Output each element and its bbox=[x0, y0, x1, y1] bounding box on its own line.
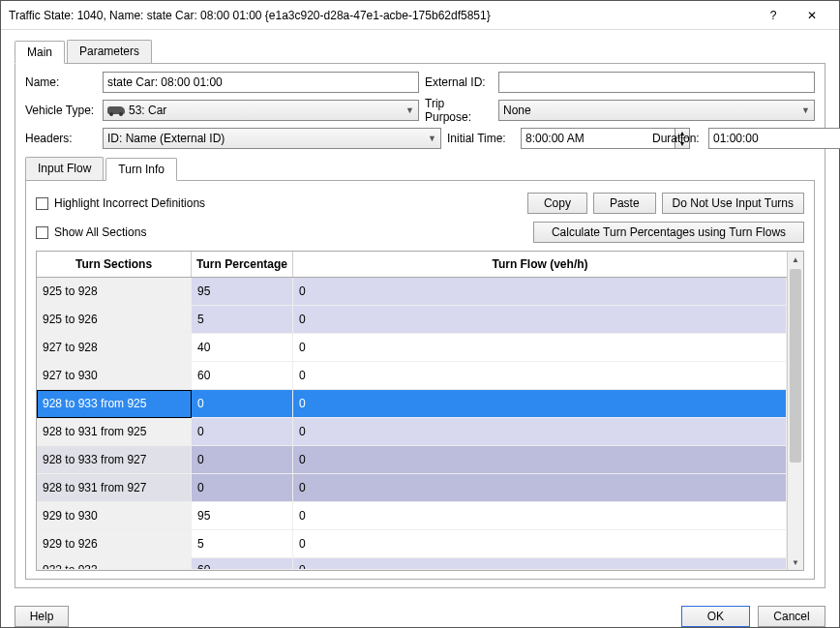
cell-percentage[interactable]: 60 bbox=[192, 558, 293, 570]
duration-label: Duration: bbox=[652, 132, 703, 145]
cell-section[interactable]: 928 to 931 from 927 bbox=[37, 474, 192, 502]
close-button[interactable]: ✕ bbox=[793, 1, 831, 30]
outer-tab-strip: Main Parameters bbox=[15, 40, 825, 63]
scroll-thumb[interactable] bbox=[790, 269, 801, 463]
ok-button[interactable]: OK bbox=[681, 606, 750, 627]
tab-main[interactable]: Main bbox=[15, 41, 65, 64]
duration-field[interactable]: ▲▼ bbox=[708, 128, 815, 149]
cell-flow[interactable]: 0 bbox=[293, 418, 787, 446]
cell-section[interactable]: 925 to 926 bbox=[37, 306, 192, 334]
window-title: Traffic State: 1040, Name: state Car: 08… bbox=[9, 9, 754, 22]
headers-value: ID: Name (External ID) bbox=[107, 132, 225, 145]
help-button[interactable]: ? bbox=[754, 1, 793, 30]
cell-flow[interactable]: 0 bbox=[293, 474, 787, 502]
duration-input[interactable] bbox=[708, 128, 840, 149]
cell-section[interactable]: 928 to 931 from 925 bbox=[37, 418, 192, 446]
cell-percentage[interactable]: 40 bbox=[192, 334, 293, 362]
outer-tab-container: Main Parameters Name: External ID: Vehic… bbox=[15, 40, 825, 588]
table-body: Turn Sections Turn Percentage Turn Flow … bbox=[37, 252, 787, 570]
col-sections: Turn Sections bbox=[37, 252, 192, 277]
table-row[interactable]: 927 to 928400 bbox=[37, 334, 787, 362]
cell-section[interactable]: 927 to 928 bbox=[37, 334, 192, 362]
chevron-down-icon: ▼ bbox=[428, 134, 436, 143]
headers-select[interactable]: ID: Name (External ID) ▼ bbox=[103, 128, 441, 149]
dialog-window: Traffic State: 1040, Name: state Car: 08… bbox=[0, 0, 840, 628]
show-all-checkbox[interactable]: Show All Sections bbox=[36, 225, 146, 239]
cell-percentage[interactable]: 95 bbox=[192, 502, 293, 530]
scroll-down-icon[interactable]: ▼ bbox=[788, 554, 803, 570]
cell-flow[interactable]: 0 bbox=[293, 530, 787, 558]
name-label: Name: bbox=[25, 75, 97, 89]
paste-button[interactable]: Paste bbox=[593, 193, 656, 214]
cell-percentage[interactable]: 5 bbox=[192, 306, 293, 334]
cell-flow[interactable]: 0 bbox=[293, 278, 787, 306]
table-row[interactable]: 928 to 933 from 92700 bbox=[37, 446, 787, 474]
cell-percentage[interactable]: 95 bbox=[192, 278, 293, 306]
calculate-button[interactable]: Calculate Turn Percentages using Turn Fl… bbox=[533, 222, 804, 243]
actions-row-2: Show All Sections Calculate Turn Percent… bbox=[36, 222, 804, 243]
cell-section[interactable]: 927 to 930 bbox=[37, 362, 192, 390]
highlight-label: Highlight Incorrect Definitions bbox=[54, 196, 205, 210]
cell-section[interactable]: 932 to 933 bbox=[37, 558, 192, 570]
table-row[interactable]: 925 to 928950 bbox=[37, 278, 787, 306]
initial-time-field[interactable]: ▲▼ bbox=[521, 128, 646, 149]
table-row[interactable]: 928 to 931 from 92700 bbox=[37, 474, 787, 502]
table-row[interactable]: 929 to 930950 bbox=[37, 502, 787, 530]
tab-turn-info[interactable]: Turn Info bbox=[105, 158, 177, 181]
cell-flow[interactable]: 0 bbox=[293, 446, 787, 474]
checkbox-icon bbox=[36, 197, 48, 210]
row-vehicle: Vehicle Type: 53: Car ▼ Trip Purpose: No… bbox=[25, 97, 815, 124]
table-row[interactable]: 928 to 931 from 92500 bbox=[37, 418, 787, 446]
close-icon: ✕ bbox=[807, 9, 817, 22]
copy-button[interactable]: Copy bbox=[527, 193, 587, 214]
cell-section[interactable]: 929 to 930 bbox=[37, 502, 192, 530]
table-row[interactable]: 928 to 933 from 92500 bbox=[37, 390, 787, 418]
outer-tab-body: Name: External ID: Vehicle Type: 53: Car… bbox=[15, 63, 825, 588]
row-name: Name: External ID: bbox=[25, 72, 815, 93]
cell-flow[interactable]: 0 bbox=[293, 334, 787, 362]
table-row[interactable]: 929 to 92650 bbox=[37, 530, 787, 558]
no-input-turns-button[interactable]: Do Not Use Input Turns bbox=[662, 193, 804, 214]
inner-tab-strip: Input Flow Turn Info bbox=[25, 157, 815, 180]
cell-percentage[interactable]: 0 bbox=[192, 474, 293, 502]
cell-flow[interactable]: 0 bbox=[293, 558, 787, 570]
help-footer-button[interactable]: Help bbox=[15, 606, 69, 627]
cell-section[interactable]: 929 to 926 bbox=[37, 530, 192, 558]
cell-flow[interactable]: 0 bbox=[293, 306, 787, 334]
tab-parameters[interactable]: Parameters bbox=[67, 40, 152, 63]
actions-row-1: Highlight Incorrect Definitions Copy Pas… bbox=[36, 193, 804, 214]
trip-purpose-value: None bbox=[503, 104, 531, 117]
inner-tab-body: Highlight Incorrect Definitions Copy Pas… bbox=[25, 180, 815, 580]
inner-tab-container: Input Flow Turn Info Highlight Incorrect… bbox=[25, 157, 815, 580]
cell-percentage[interactable]: 0 bbox=[192, 446, 293, 474]
cell-flow[interactable]: 0 bbox=[293, 390, 787, 418]
cell-flow[interactable]: 0 bbox=[293, 362, 787, 390]
row-headers: Headers: ID: Name (External ID) ▼ Initia… bbox=[25, 128, 815, 149]
external-id-label: External ID: bbox=[425, 75, 493, 89]
cell-section[interactable]: 928 to 933 from 925 bbox=[37, 390, 192, 418]
trip-purpose-label: Trip Purpose: bbox=[425, 97, 493, 124]
cancel-button[interactable]: Cancel bbox=[758, 606, 825, 627]
trip-purpose-select[interactable]: None ▼ bbox=[498, 100, 815, 121]
vertical-scrollbar[interactable]: ▲ ▼ bbox=[787, 252, 803, 570]
external-id-input[interactable] bbox=[498, 72, 815, 93]
vehicle-type-select[interactable]: 53: Car ▼ bbox=[103, 100, 419, 121]
table-row[interactable]: 932 to 933600 bbox=[37, 558, 787, 570]
cell-section[interactable]: 928 to 933 from 927 bbox=[37, 446, 192, 474]
highlight-checkbox[interactable]: Highlight Incorrect Definitions bbox=[36, 196, 205, 210]
cell-percentage[interactable]: 0 bbox=[192, 390, 293, 418]
cell-percentage[interactable]: 0 bbox=[192, 418, 293, 446]
table-header: Turn Sections Turn Percentage Turn Flow … bbox=[37, 252, 787, 278]
cell-flow[interactable]: 0 bbox=[293, 502, 787, 530]
name-input[interactable] bbox=[103, 72, 419, 93]
cell-percentage[interactable]: 60 bbox=[192, 362, 293, 390]
scroll-up-icon[interactable]: ▲ bbox=[788, 252, 803, 267]
cell-section[interactable]: 925 to 928 bbox=[37, 278, 192, 306]
vehicle-type-label: Vehicle Type: bbox=[25, 104, 97, 117]
table-row[interactable]: 925 to 92650 bbox=[37, 306, 787, 334]
turn-table: Turn Sections Turn Percentage Turn Flow … bbox=[36, 251, 804, 571]
titlebar: Traffic State: 1040, Name: state Car: 08… bbox=[1, 1, 839, 30]
cell-percentage[interactable]: 5 bbox=[192, 530, 293, 558]
tab-input-flow[interactable]: Input Flow bbox=[25, 157, 104, 180]
table-row[interactable]: 927 to 930600 bbox=[37, 362, 787, 390]
